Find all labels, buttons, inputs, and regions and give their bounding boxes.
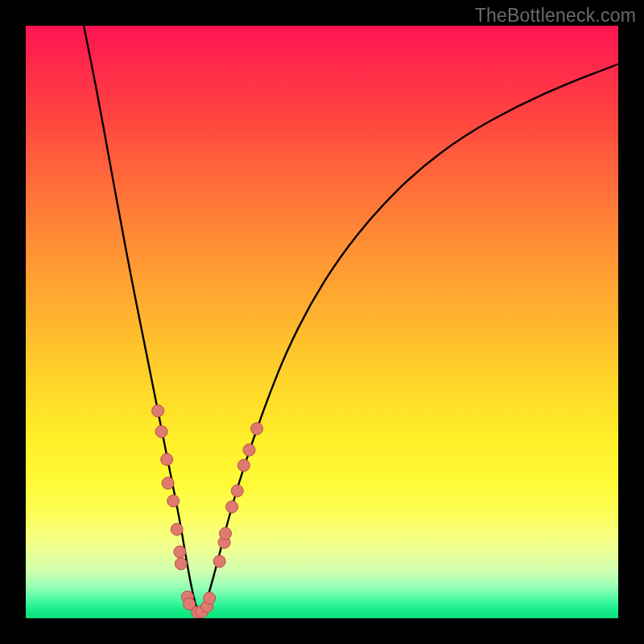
watermark-text: TheBottleneck.com xyxy=(475,5,636,27)
scatter-dot xyxy=(155,426,167,438)
scatter-dot xyxy=(204,592,216,604)
scatter-dot xyxy=(237,460,250,472)
plot-area xyxy=(26,26,618,618)
scatter-dot xyxy=(175,558,187,570)
scatter-dot xyxy=(171,523,183,535)
scatter-dot xyxy=(213,555,225,568)
scatter-dot xyxy=(243,444,255,456)
scatter-dot xyxy=(161,453,173,465)
scatter-dot xyxy=(162,477,174,489)
bottleneck-curve xyxy=(84,26,618,612)
scatter-dot xyxy=(226,501,238,513)
chart-svg xyxy=(26,26,618,618)
scatter-dot xyxy=(220,527,232,539)
scatter-dot xyxy=(231,485,243,497)
scatter-dot xyxy=(167,495,180,507)
scatter-dot xyxy=(152,405,164,417)
scatter-points xyxy=(152,405,263,618)
chart-frame: TheBottleneck.com xyxy=(0,0,644,644)
scatter-dot xyxy=(174,546,186,558)
scatter-dot xyxy=(251,423,263,435)
